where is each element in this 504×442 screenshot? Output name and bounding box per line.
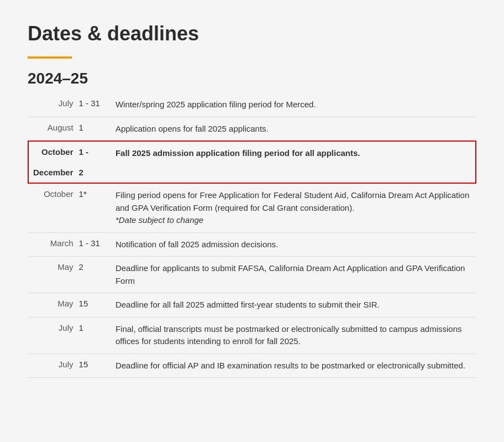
table-row: July15Deadline for official AP and IB ex… bbox=[28, 353, 476, 378]
day-cell: 1* bbox=[77, 183, 104, 232]
description-cell: Filing period opens for Free Application… bbox=[104, 183, 476, 232]
description-cell: Deadline for all fall 2025 admitted firs… bbox=[104, 293, 476, 318]
month-cell: August bbox=[28, 117, 77, 141]
day-cell: 2 bbox=[77, 257, 104, 293]
month-cell: March bbox=[28, 232, 77, 257]
day-cell: 1 - 31 bbox=[77, 232, 104, 257]
day-cell: 2 bbox=[77, 162, 104, 183]
description-cell: Fall 2025 admission application filing p… bbox=[104, 141, 476, 183]
description-cell: Deadline for applicants to submit FAFSA,… bbox=[104, 257, 476, 293]
table-row: May2Deadline for applicants to submit FA… bbox=[28, 257, 476, 293]
day-cell: 1 bbox=[77, 317, 104, 353]
day-cell: 1 - 31 bbox=[77, 93, 104, 117]
description-cell: Notification of fall 2025 admission deci… bbox=[104, 232, 476, 257]
month-cell: May bbox=[28, 293, 77, 318]
table-row: August1Application opens for fall 2025 a… bbox=[28, 117, 476, 141]
italic-note: *Date subject to change bbox=[116, 215, 203, 225]
day-cell: 1 bbox=[77, 117, 104, 141]
description-cell: Deadline for official AP and IB examinat… bbox=[104, 353, 476, 378]
month-cell: July bbox=[28, 93, 77, 117]
table-row: July1Final, official transcripts must be… bbox=[28, 317, 476, 353]
table-row: October1*Filing period opens for Free Ap… bbox=[28, 183, 476, 232]
table-row: July1 - 31Winter/spring 2025 application… bbox=[28, 93, 476, 117]
description-cell: Final, official transcripts must be post… bbox=[104, 317, 476, 353]
month-cell: July bbox=[28, 317, 77, 353]
dates-table: July1 - 31Winter/spring 2025 application… bbox=[28, 93, 476, 378]
month-cell: July bbox=[28, 353, 77, 378]
page-title: Dates & deadlines bbox=[28, 22, 476, 45]
gold-divider bbox=[28, 56, 72, 59]
month-cell: October bbox=[28, 183, 77, 232]
description-cell: Application opens for fall 2025 applican… bbox=[104, 117, 476, 141]
month-cell: May bbox=[28, 257, 77, 293]
day-cell: 1 - bbox=[77, 141, 104, 162]
year-heading: 2024–25 bbox=[28, 70, 476, 87]
description-cell: Winter/spring 2025 application filing pe… bbox=[104, 93, 476, 117]
day-cell: 15 bbox=[77, 293, 104, 318]
table-row: October1 -Fall 2025 admission applicatio… bbox=[28, 141, 476, 162]
month-cell: October bbox=[28, 141, 77, 162]
day-cell: 15 bbox=[77, 353, 104, 378]
table-row: May15Deadline for all fall 2025 admitted… bbox=[28, 293, 476, 318]
month-cell: December bbox=[28, 162, 77, 183]
table-row: March1 - 31Notification of fall 2025 adm… bbox=[28, 232, 476, 257]
